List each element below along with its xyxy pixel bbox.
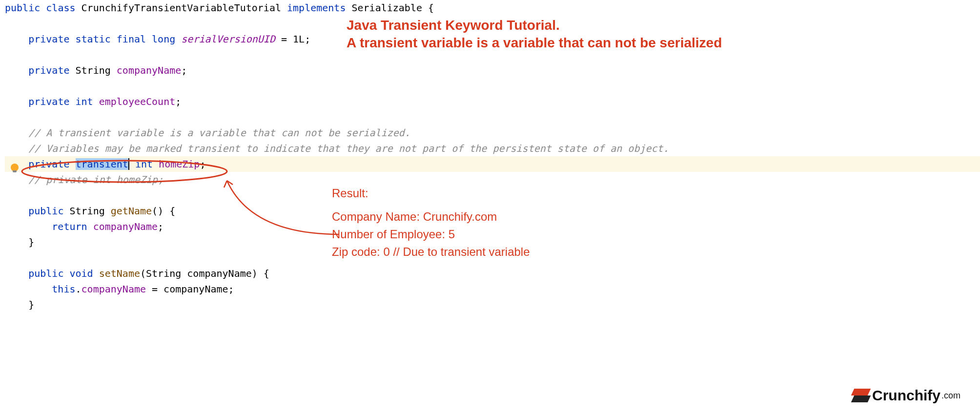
result-line: Zip code: 0 // Due to transient variable [332,243,530,261]
field-companyname: companyName [117,64,181,76]
keyword-private: private [28,96,69,107]
dot: . [76,283,82,295]
parens: () [152,205,163,217]
semicolon: ; [175,96,181,107]
brace: } [28,299,34,311]
annotation-result: Result: Company Name: Crunchify.com Numb… [332,185,530,261]
code-comment: // private int homeZip; [28,174,163,186]
keyword-private: private [28,64,69,76]
brace: } [28,236,34,248]
annotation-title: Java Transient Keyword Tutorial. A trans… [347,17,722,52]
annotation-title-line2: A transient variable is a variable that … [347,34,722,52]
field-homezip: homeZip [159,158,200,170]
lightbulb-icon[interactable] [11,164,19,171]
field-companyname: companyName [82,283,146,295]
keyword-static: static [76,33,111,45]
keyword-transient-selected: transient [76,158,129,170]
keyword-long: long [152,33,175,45]
brace: { [428,2,434,14]
crunchify-logo: Crunchify.com [853,384,960,407]
keyword-final: final [117,33,146,45]
type-string: String [69,205,104,217]
crunchify-logo-icon [853,389,869,402]
semicolon: ; [158,221,163,232]
keyword-void: void [69,268,93,279]
interface-name: Serializable [351,2,422,14]
field-companyname: companyName [93,221,158,232]
result-line: Company Name: Crunchify.com [332,208,530,226]
assignment: = companyName; [146,283,234,295]
annotation-title-line1: Java Transient Keyword Tutorial. [347,17,722,34]
keyword-int: int [76,96,93,107]
keyword-public: public [28,268,63,279]
keyword-implements: implements [287,2,346,14]
method-getname: getName [111,205,152,217]
logo-text: Crunchify [872,384,940,407]
keyword-return: return [52,221,87,232]
keyword-private: private [28,158,69,170]
semicolon: ; [200,158,205,170]
literal: = 1L; [275,33,310,45]
editor-gutter [0,0,15,416]
field-employeecount: employeeCount [99,96,176,107]
field-serialversionuid: serialVersionUID [181,33,275,45]
highlighted-line: private transient int homeZip; [5,156,980,172]
logo-suffix: .com [941,389,960,403]
code-comment: // Variables may be marked transient to … [28,143,669,154]
keyword-class: class [46,2,75,14]
params: (String companyName) { [140,268,269,279]
type-string: String [76,64,111,76]
code-comment: // A transient variable is a variable th… [28,127,410,139]
brace: { [163,205,175,217]
keyword-public: public [28,205,63,217]
result-heading: Result: [332,185,530,202]
class-name: CrunchifyTransientVariableTutorial [82,2,281,14]
method-setname: setName [99,268,140,279]
semicolon: ; [181,64,187,76]
keyword-private: private [28,33,69,45]
keyword-int: int [135,158,153,170]
result-line: Number of Employee: 5 [332,226,530,243]
keyword-this: this [52,283,75,295]
